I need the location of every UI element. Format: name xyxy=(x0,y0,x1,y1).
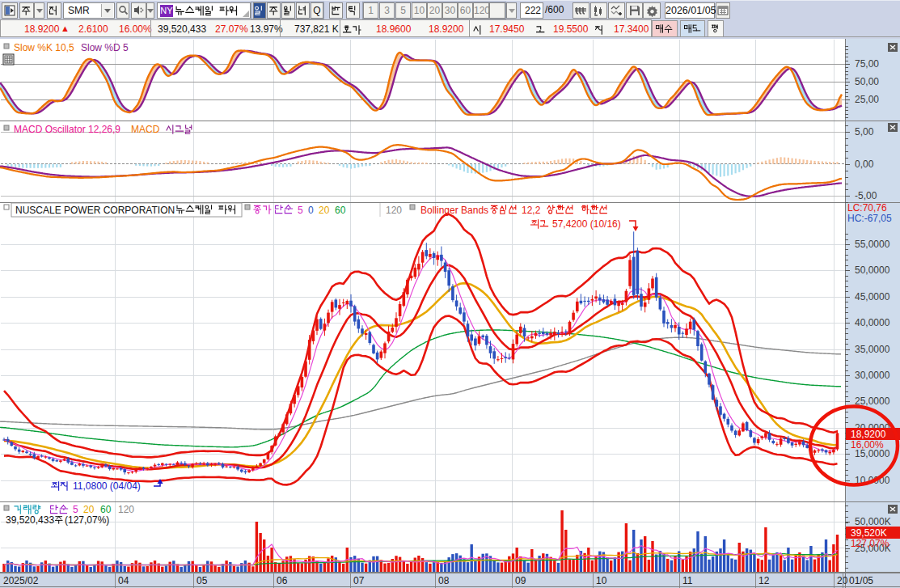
svg-text:Bollinger Bands: Bollinger Bands xyxy=(420,205,488,216)
svg-text:39,520K: 39,520K xyxy=(851,527,887,539)
svg-text:04: 04 xyxy=(118,575,129,586)
svg-text:08: 08 xyxy=(438,575,450,586)
svg-text:11: 11 xyxy=(682,575,693,586)
svg-text:50,00: 50,00 xyxy=(855,76,879,87)
svg-text:75,00: 75,00 xyxy=(855,58,879,70)
svg-text:5,00: 5,00 xyxy=(855,126,874,137)
svg-text:2025/02: 2025/02 xyxy=(3,575,39,586)
svg-text:60: 60 xyxy=(335,205,346,216)
svg-text:45,0000: 45,0000 xyxy=(855,291,890,302)
svg-text:06: 06 xyxy=(277,575,288,586)
svg-text:55,0000: 55,0000 xyxy=(855,239,890,250)
svg-text:(127,07%): (127,07%) xyxy=(65,514,109,526)
svg-text:12: 12 xyxy=(758,575,770,586)
svg-text:Slow %K 10,5: Slow %K 10,5 xyxy=(14,42,74,53)
svg-text:5: 5 xyxy=(73,504,78,515)
svg-text:0,00: 0,00 xyxy=(855,159,874,170)
svg-text:11,0800 (04/04): 11,0800 (04/04) xyxy=(73,480,141,492)
svg-text:12,2: 12,2 xyxy=(522,205,541,216)
svg-text:30,0000: 30,0000 xyxy=(855,370,890,381)
svg-text:39,520,433: 39,520,433 xyxy=(6,514,54,526)
svg-text:60: 60 xyxy=(100,504,112,515)
svg-text:20: 20 xyxy=(319,205,330,216)
svg-text:127,07%: 127,07% xyxy=(851,538,889,549)
svg-text:LC:70,76: LC:70,76 xyxy=(847,202,887,214)
svg-text:50,0000: 50,0000 xyxy=(855,264,890,276)
svg-text:MACD Oscillator 12,26,9: MACD Oscillator 12,26,9 xyxy=(14,124,120,135)
svg-text:HC:-67,05: HC:-67,05 xyxy=(847,213,892,224)
svg-text:57,4200 (10/16): 57,4200 (10/16) xyxy=(552,218,621,230)
svg-text:20: 20 xyxy=(83,504,95,515)
svg-text:0: 0 xyxy=(308,205,314,216)
svg-text:40,0000: 40,0000 xyxy=(855,317,890,328)
svg-text:120: 120 xyxy=(118,504,134,515)
svg-text:120: 120 xyxy=(386,205,402,216)
svg-text:01/05: 01/05 xyxy=(849,575,873,586)
svg-text:25,00: 25,00 xyxy=(855,94,879,105)
svg-text:50,000K: 50,000K xyxy=(855,516,891,527)
svg-text:Slow %D 5: Slow %D 5 xyxy=(81,42,129,53)
svg-text:05: 05 xyxy=(196,575,208,586)
svg-text:20: 20 xyxy=(837,575,848,586)
svg-text:-5,00: -5,00 xyxy=(855,190,877,201)
svg-text:35,0000: 35,0000 xyxy=(855,344,890,355)
svg-text:5: 5 xyxy=(298,205,303,216)
svg-text:07: 07 xyxy=(353,575,365,586)
svg-text:10: 10 xyxy=(596,575,607,586)
svg-text:09: 09 xyxy=(515,575,526,586)
svg-text:16,00%: 16,00% xyxy=(851,439,884,451)
svg-text:MACD: MACD xyxy=(131,124,160,135)
svg-text:NUSCALE POWER CORPORATION: NUSCALE POWER CORPORATION xyxy=(15,205,175,216)
svg-text:18,9200: 18,9200 xyxy=(851,429,886,440)
